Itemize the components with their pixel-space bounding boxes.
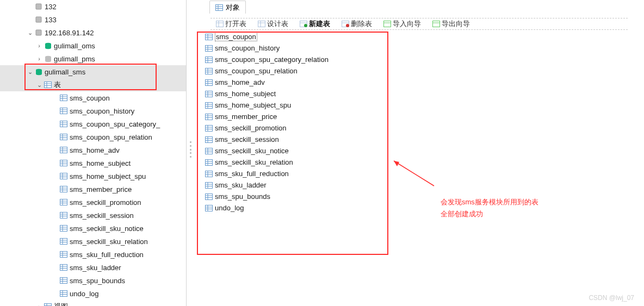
tree-label: sms_coupon_spu_relation <box>70 133 152 141</box>
list-item[interactable]: sms_seckill_promotion <box>205 122 644 134</box>
list-label: sms_seckill_sku_notice <box>215 147 289 155</box>
list-label: sms_spu_bounds <box>215 192 270 201</box>
svg-rect-110 <box>206 68 213 74</box>
tree-table-item[interactable]: sms_seckill_promotion <box>0 196 186 209</box>
list-label: undo_log <box>215 204 244 212</box>
list-label: sms_coupon_spu_category_relation <box>215 55 329 64</box>
table-icon <box>205 125 213 132</box>
svg-rect-142 <box>206 159 213 165</box>
toolbar-export[interactable]: 导出向导 <box>427 18 475 29</box>
svg-rect-94 <box>384 21 391 27</box>
list-label: sms_coupon_spu_relation <box>215 67 298 75</box>
tree-table-item[interactable]: sms_coupon_spu_category_ <box>0 117 186 130</box>
list-item[interactable]: sms_coupon_history <box>205 42 644 54</box>
list-label: sms_home_subject_spu <box>215 101 291 109</box>
svg-rect-50 <box>60 226 67 232</box>
toolbar-new-table[interactable]: 新建表 <box>294 18 336 29</box>
svg-rect-62 <box>60 265 67 271</box>
list-item[interactable]: sms_coupon_spu_category_relation <box>205 54 644 65</box>
tab-objects[interactable]: 对象 <box>209 1 246 14</box>
tree-label: sms_seckill_sku_relation <box>70 238 148 246</box>
tree-table-item[interactable]: sms_home_adv <box>0 143 186 157</box>
table-icon <box>59 108 69 114</box>
table-icon <box>59 290 69 297</box>
node-icon <box>34 29 44 36</box>
tree-table-item[interactable]: sms_sku_full_reduction <box>0 248 186 261</box>
expand-arrow[interactable]: › <box>35 303 43 306</box>
table-icon <box>205 171 213 177</box>
svg-rect-146 <box>206 171 213 177</box>
list-label: sms_seckill_session <box>215 135 279 143</box>
tree-item[interactable]: ⌄192.168.91.142 <box>0 26 186 39</box>
tree-table-item[interactable]: sms_coupon_history <box>0 104 186 117</box>
svg-rect-96 <box>433 21 440 27</box>
list-label: sms_home_adv <box>215 78 265 86</box>
table-icon <box>205 205 213 211</box>
svg-rect-114 <box>206 79 213 85</box>
toolbar-import[interactable]: 导入向导 <box>378 18 426 29</box>
tree-item[interactable]: ›133 <box>0 13 186 26</box>
node-icon <box>34 16 44 23</box>
toolbar-open-table[interactable]: 打开表 <box>210 18 252 29</box>
tree-table-item[interactable]: sms_home_subject <box>0 157 186 170</box>
tree-table-item[interactable]: undo_log <box>0 287 186 300</box>
list-label: sms_member_price <box>215 113 277 121</box>
tree-table-item[interactable]: sms_spu_bounds <box>0 274 186 287</box>
tree-item[interactable]: ›gulimall_oms <box>0 39 186 52</box>
expand-arrow[interactable]: › <box>35 42 43 49</box>
expand-arrow[interactable]: ⌄ <box>35 82 43 89</box>
node-icon <box>34 3 44 10</box>
list-item[interactable]: sms_sku_ladder <box>205 179 644 191</box>
toolbar-design-table[interactable]: 设计表 <box>252 18 294 29</box>
list-item[interactable]: sms_member_price <box>205 111 644 122</box>
toolbar-delete-table[interactable]: 删除表 <box>336 18 377 29</box>
tree-label: 表 <box>54 80 61 90</box>
tree-item[interactable]: ›132 <box>0 0 186 13</box>
tree-table-item[interactable]: sms_home_subject_spu <box>0 170 186 183</box>
list-item[interactable]: sms_home_subject_spu <box>205 99 644 111</box>
tree-table-item[interactable]: sms_coupon_spu_relation <box>0 130 186 143</box>
list-item[interactable]: sms_seckill_session <box>205 134 644 145</box>
splitter-handle[interactable] <box>187 0 194 306</box>
svg-rect-138 <box>206 148 213 154</box>
table-icon <box>59 251 69 258</box>
expand-arrow[interactable]: › <box>35 55 43 62</box>
list-item[interactable]: sms_home_adv <box>205 77 644 88</box>
svg-rect-46 <box>60 213 67 218</box>
tree-table-item[interactable]: sms_seckill_sku_notice <box>0 222 186 235</box>
tree-table-item[interactable]: sms_member_price <box>0 183 186 196</box>
list-item[interactable]: sms_seckill_sku_relation <box>205 157 644 168</box>
list-item[interactable]: sms_sku_full_reduction <box>205 168 644 179</box>
tree-item[interactable]: ›gulimall_pms <box>0 52 186 65</box>
table-icon <box>59 186 69 192</box>
svg-rect-82 <box>216 21 224 27</box>
tree-item[interactable]: ›视图 <box>0 300 186 306</box>
list-item[interactable]: sms_home_subject <box>205 88 644 99</box>
list-item[interactable]: sms_seckill_sku_notice <box>205 145 644 157</box>
tree-label: sms_home_subject_spu <box>70 172 146 180</box>
tree-item[interactable]: ⌄表 <box>0 78 186 91</box>
list-item[interactable]: undo_log <box>205 202 644 214</box>
list-item[interactable]: sms_coupon_spu_relation <box>205 65 644 77</box>
toolbar: 打开表 设计表 新建表 删除表 导入向导 导出向导 <box>210 18 628 30</box>
tree-label: sms_spu_bounds <box>70 277 125 285</box>
table-icon <box>59 212 69 218</box>
list-label: sms_sku_full_reduction <box>215 170 289 178</box>
list-label: sms_coupon_history <box>215 44 280 52</box>
tree-table-item[interactable]: sms_sku_ladder <box>0 261 186 274</box>
tree-label: sms_coupon_spu_category_ <box>70 120 160 128</box>
expand-arrow[interactable]: ⌄ <box>26 68 34 76</box>
tree-table-item[interactable]: sms_coupon <box>0 91 186 104</box>
svg-rect-42 <box>60 199 67 205</box>
tree-table-item[interactable]: sms_seckill_session <box>0 209 186 222</box>
table-icon <box>205 34 213 40</box>
tree-label: 132 <box>45 3 57 11</box>
svg-rect-38 <box>60 186 67 192</box>
tree-table-item[interactable]: sms_seckill_sku_relation <box>0 235 186 248</box>
list-item[interactable]: sms_spu_bounds <box>205 191 644 202</box>
tree-item[interactable]: ⌄gulimall_sms <box>0 65 186 78</box>
list-item[interactable]: sms_coupon <box>205 31 644 42</box>
db-grey-icon <box>43 55 53 63</box>
expand-arrow[interactable]: ⌄ <box>26 29 34 36</box>
tree-label: gulimall_sms <box>45 68 85 76</box>
